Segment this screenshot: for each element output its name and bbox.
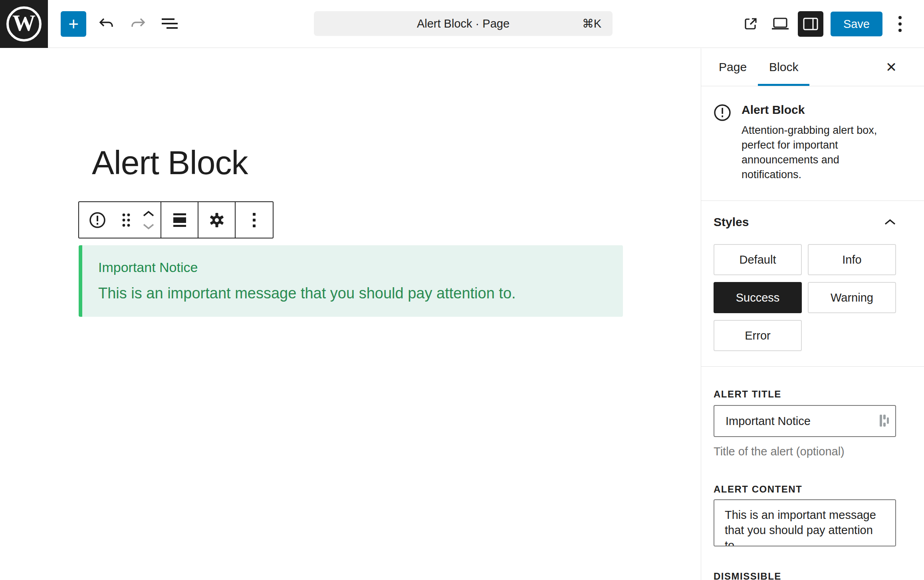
settings-sidebar: Page Block ✕ Alert Block Attention-grabb… [701, 48, 924, 580]
alert-content-label: Alert Content [714, 483, 896, 495]
redo-button[interactable] [126, 12, 150, 36]
plus-icon: + [68, 15, 79, 33]
block-info-card: Alert Block Attention-grabbing alert box… [701, 86, 924, 201]
sidebar-tabs: Page Block ✕ [701, 48, 924, 86]
tab-page[interactable]: Page [708, 48, 758, 86]
block-settings-button[interactable] [198, 202, 235, 238]
alert-block-preview[interactable]: Important Notice This is an important me… [79, 245, 623, 317]
settings-sidebar-toggle[interactable] [798, 11, 823, 37]
close-icon: ✕ [886, 59, 897, 75]
block-settings-fields: Alert Title Title of the alert (optional… [701, 367, 924, 580]
list-view-icon [161, 17, 179, 31]
drag-dots-icon [122, 213, 131, 227]
alert-title-input[interactable] [714, 405, 896, 437]
wordpress-block-editor: W + [0, 0, 924, 580]
alert-title-field-wrap [714, 405, 896, 437]
block-options-button[interactable] [236, 202, 273, 238]
style-option-default[interactable]: Default [714, 244, 802, 275]
external-link-icon [743, 16, 758, 32]
alert-preview-title[interactable]: Important Notice [98, 260, 607, 275]
command-shortcut: ⌘K [582, 17, 601, 30]
header-left-tools: + [61, 11, 182, 37]
block-toolbar-group-main [79, 202, 161, 238]
block-toolbar-group-align [161, 202, 198, 238]
style-option-success[interactable]: Success [714, 282, 802, 313]
document-overview-button[interactable] [158, 12, 182, 36]
styles-heading: Styles [714, 215, 749, 229]
style-option-error[interactable]: Error [714, 320, 802, 351]
tab-block[interactable]: Block [758, 48, 809, 86]
block-type-button[interactable] [85, 202, 110, 238]
style-option-info[interactable]: Info [808, 244, 896, 275]
editor-header: W + [0, 0, 924, 48]
kebab-menu-icon [252, 213, 256, 228]
styles-panel-header[interactable]: Styles [714, 215, 896, 229]
undo-button[interactable] [94, 12, 118, 36]
block-inserter-button[interactable]: + [61, 11, 86, 37]
block-name: Alert Block [742, 103, 896, 117]
close-sidebar-button[interactable]: ✕ [882, 58, 901, 77]
move-down-button[interactable] [142, 220, 155, 232]
styles-panel: Styles Default Info Success Warning Erro… [701, 201, 924, 367]
undo-icon [98, 17, 114, 31]
drag-handle[interactable] [116, 202, 137, 238]
block-description: Attention-grabbing alert box, perfect fo… [742, 123, 896, 182]
header-right-tools: Save [739, 0, 912, 48]
chevron-up-icon [142, 210, 155, 217]
command-palette-bar[interactable]: Alert Block · Page ⌘K [314, 11, 613, 36]
kebab-menu-icon [898, 16, 902, 32]
move-up-button[interactable] [142, 208, 155, 220]
style-options: Default Info Success Warning Error [714, 244, 896, 351]
sidebar-panel-icon [803, 17, 819, 31]
block-toolbar-group-settings [198, 202, 236, 238]
preview-button[interactable] [768, 12, 792, 36]
save-button[interactable]: Save [831, 12, 882, 36]
document-title: Alert Block · Page [417, 17, 510, 30]
block-toolbar-group-options [236, 202, 273, 238]
style-option-warning[interactable]: Warning [808, 282, 896, 313]
alert-content-textarea[interactable]: This is an important message that you sh… [714, 499, 896, 546]
gear-icon [208, 211, 226, 229]
alert-circle-icon [89, 211, 106, 229]
alert-title-help: Title of the alert (optional) [714, 445, 896, 458]
align-icon [171, 213, 188, 228]
editor-canvas: Alert Block [0, 48, 701, 580]
wordpress-logo-icon: W [6, 6, 42, 42]
desktop-preview-icon [771, 17, 789, 31]
chevron-down-icon [142, 223, 155, 230]
view-post-button[interactable] [739, 12, 763, 36]
block-info-text: Alert Block Attention-grabbing alert box… [742, 103, 896, 182]
align-button[interactable] [161, 202, 198, 238]
block-mover [142, 208, 155, 232]
redo-icon [130, 17, 146, 31]
alert-title-label: Alert Title [714, 388, 896, 400]
dismissible-label: Dismissible [714, 570, 896, 580]
post-title[interactable]: Alert Block [92, 143, 248, 182]
password-manager-icon[interactable] [879, 414, 889, 428]
wordpress-logo[interactable]: W [0, 0, 48, 48]
chevron-up-icon [884, 218, 896, 226]
block-toolbar [78, 201, 274, 238]
alert-circle-icon [714, 104, 731, 182]
alert-preview-message[interactable]: This is an important message that you sh… [98, 285, 607, 302]
options-menu-button[interactable] [888, 12, 912, 36]
